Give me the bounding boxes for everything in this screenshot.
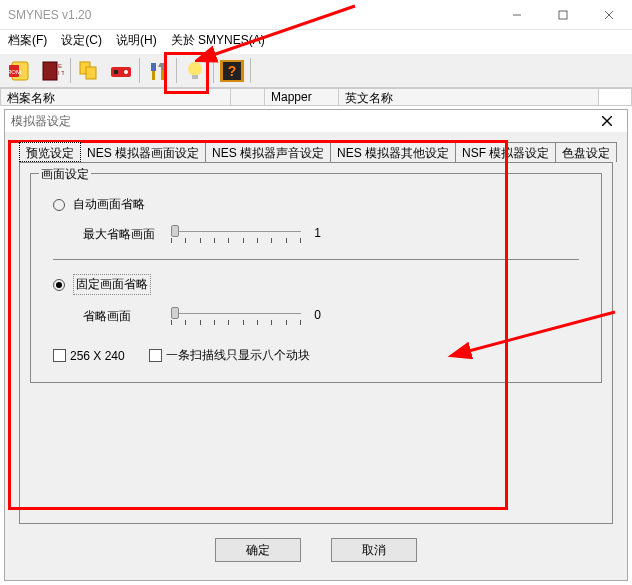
menu-about[interactable]: 关於 SMYNES(A) (171, 32, 265, 49)
svg-rect-20 (192, 75, 198, 79)
radio-fixed[interactable]: 固定画面省略 (53, 274, 579, 295)
nes-icon[interactable] (106, 56, 136, 86)
separator (53, 259, 579, 260)
menubar: 档案(F) 设定(C) 说明(H) 关於 SMYNES(A) (0, 30, 632, 53)
svg-text:I T: I T (58, 70, 64, 76)
tab-nsf[interactable]: NSF 模拟器设定 (455, 142, 556, 162)
minimize-button[interactable] (494, 0, 540, 30)
fixed-sub-label: 省略画面 (83, 308, 171, 325)
radio-auto[interactable]: 自动画面省略 (53, 196, 579, 213)
column-header-row: 档案名称 Mapper 英文名称 (0, 88, 632, 106)
tabs: 预览设定 NES 模拟器画面设定 NES 模拟器声音设定 NES 模拟器其他设定… (19, 142, 613, 162)
tab-disk[interactable]: 色盘设定 (555, 142, 617, 162)
menu-help[interactable]: 说明(H) (116, 32, 157, 49)
svg-rect-7 (43, 62, 57, 80)
cancel-button[interactable]: 取消 (331, 538, 417, 562)
tab-nes-other[interactable]: NES 模拟器其他设定 (330, 142, 456, 162)
menu-file[interactable]: 档案(F) (8, 32, 47, 49)
dialog-title: 模拟器设定 (11, 113, 71, 130)
dialog-titlebar: 模拟器设定 (5, 110, 627, 132)
svg-text:E X: E X (58, 63, 64, 69)
checkbox-scan-label: 一条扫描线只显示八个动块 (166, 347, 310, 364)
slider-auto[interactable]: 1 (171, 225, 301, 243)
bulb-icon[interactable] (180, 56, 210, 86)
group-label: 画面设定 (39, 166, 91, 183)
svg-point-19 (188, 62, 202, 76)
svg-rect-17 (151, 63, 156, 71)
maximize-button[interactable] (540, 0, 586, 30)
fixed-value: 0 (314, 308, 321, 322)
radio-fixed-label: 固定画面省略 (73, 274, 151, 295)
checkbox-8sprites[interactable]: 一条扫描线只显示八个动块 (149, 347, 310, 364)
radio-icon (53, 279, 65, 291)
close-button[interactable] (586, 0, 632, 30)
tab-nes-audio[interactable]: NES 模拟器声音设定 (205, 142, 331, 162)
col-blank[interactable] (231, 89, 265, 105)
emulator-settings-dialog: 模拟器设定 预览设定 NES 模拟器画面设定 NES 模拟器声音设定 NES 模… (4, 109, 628, 581)
svg-rect-14 (114, 70, 118, 74)
dialog-close-button[interactable] (587, 110, 627, 132)
col-mapper[interactable]: Mapper (265, 89, 339, 105)
slider-fixed[interactable]: 0 (171, 307, 301, 325)
toolbar: ROM E XI T ? (0, 53, 632, 88)
svg-point-15 (124, 70, 128, 74)
checkbox-icon (53, 349, 66, 362)
tab-panel: 画面设定 自动画面省略 最大省略画面 1 (19, 162, 613, 524)
auto-value: 1 (314, 226, 321, 240)
group-video: 画面设定 自动画面省略 最大省略画面 1 (30, 173, 602, 383)
tab-preview[interactable]: 预览设定 (19, 142, 81, 162)
col-english[interactable]: 英文名称 (339, 89, 599, 105)
svg-rect-12 (86, 67, 96, 79)
checkbox-icon (149, 349, 162, 362)
svg-rect-1 (559, 11, 567, 19)
auto-sub-label: 最大省略画面 (83, 226, 171, 243)
exit-icon[interactable]: E XI T (37, 56, 67, 86)
menu-setting[interactable]: 设定(C) (61, 32, 102, 49)
question-icon[interactable]: ? (217, 56, 247, 86)
svg-rect-16 (152, 70, 155, 80)
copy-icon[interactable] (74, 56, 104, 86)
tools-icon[interactable] (143, 56, 173, 86)
app-title: SMYNES v1.20 (8, 8, 91, 22)
svg-rect-18 (161, 70, 164, 80)
ok-button[interactable]: 确定 (215, 538, 301, 562)
radio-auto-label: 自动画面省略 (73, 196, 145, 213)
radio-icon (53, 199, 65, 211)
titlebar: SMYNES v1.20 (0, 0, 632, 30)
checkbox-256-label: 256 X 240 (70, 349, 125, 363)
rom-icon[interactable]: ROM (5, 56, 35, 86)
tab-nes-video[interactable]: NES 模拟器画面设定 (80, 142, 206, 162)
svg-text:?: ? (228, 63, 237, 79)
checkbox-256x240[interactable]: 256 X 240 (53, 349, 125, 363)
svg-text:ROM: ROM (8, 69, 21, 75)
col-name[interactable]: 档案名称 (1, 89, 231, 105)
